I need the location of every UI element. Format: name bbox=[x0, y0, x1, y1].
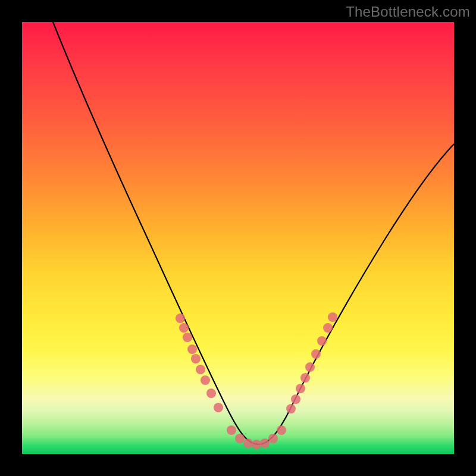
curve-marker bbox=[268, 434, 278, 443]
curve-marker bbox=[206, 389, 216, 398]
curve-marker bbox=[176, 314, 185, 323]
curve-marker bbox=[214, 403, 223, 412]
curve-marker bbox=[305, 362, 315, 372]
curve-marker bbox=[252, 440, 261, 449]
bottleneck-curve bbox=[53, 22, 454, 444]
curve-marker bbox=[235, 434, 245, 443]
curve-marker bbox=[296, 384, 305, 393]
curve-marker bbox=[328, 312, 337, 322]
curve-markers bbox=[176, 312, 337, 449]
curve-marker bbox=[286, 404, 296, 414]
curve-marker bbox=[187, 345, 197, 354]
curve-marker bbox=[260, 439, 270, 448]
watermark-text: TheBottleneck.com bbox=[346, 4, 470, 20]
curve-marker bbox=[179, 323, 189, 333]
curve-marker bbox=[191, 354, 201, 364]
chart-frame: TheBottleneck.com bbox=[0, 0, 476, 476]
chart-plot-area bbox=[22, 22, 454, 454]
chart-svg bbox=[22, 22, 454, 454]
curve-marker bbox=[201, 375, 210, 385]
curve-marker bbox=[291, 394, 300, 404]
curve-marker bbox=[311, 349, 321, 359]
curve-marker bbox=[196, 365, 205, 374]
curve-marker bbox=[317, 336, 327, 346]
curve-marker bbox=[227, 425, 236, 435]
curve-marker bbox=[277, 425, 286, 435]
curve-marker bbox=[300, 373, 310, 383]
curve-marker bbox=[243, 439, 253, 448]
curve-marker bbox=[183, 333, 192, 342]
curve-marker bbox=[323, 323, 333, 333]
